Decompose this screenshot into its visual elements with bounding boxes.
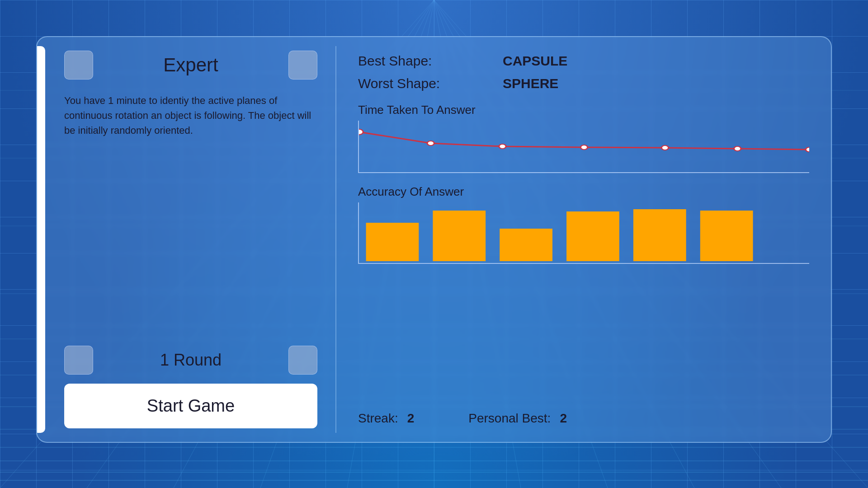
prev-difficulty-button[interactable] [64, 51, 93, 80]
difficulty-title: Expert [102, 54, 279, 76]
time-chart-section: Time Taken To Answer [358, 103, 809, 173]
worst-shape-label: Worst Shape: [358, 76, 476, 91]
bottom-stats: Streak: 2 Personal Best: 2 [358, 411, 809, 426]
svg-rect-30 [366, 223, 419, 261]
svg-point-29 [806, 147, 809, 152]
accuracy-chart-section: Accuracy Of Answer [358, 185, 809, 264]
best-shape-value: CAPSULE [503, 53, 567, 69]
accuracy-bar-chart [359, 202, 809, 261]
left-panel: Expert You have 1 minute to identiy the … [37, 37, 335, 442]
svg-point-24 [427, 141, 434, 145]
right-panel: Best Shape: CAPSULE Worst Shape: SPHERE … [336, 37, 831, 442]
round-label: 1 Round [102, 351, 279, 370]
start-game-button[interactable]: Start Game [64, 384, 317, 428]
streak-label: Streak: [358, 411, 398, 426]
game-description: You have 1 minute to identiy the active … [64, 93, 317, 346]
time-line-chart [359, 121, 809, 170]
svg-point-25 [499, 144, 506, 149]
accuracy-chart-container [358, 202, 809, 264]
personal-best-stat: Personal Best: 2 [468, 411, 567, 426]
svg-rect-34 [633, 209, 686, 261]
svg-rect-33 [566, 211, 619, 261]
header-row: Expert [64, 51, 317, 80]
streak-stat: Streak: 2 [358, 411, 414, 426]
round-row: 1 Round [64, 346, 317, 375]
svg-point-26 [580, 145, 588, 150]
best-shape-row: Best Shape: CAPSULE [358, 53, 809, 69]
svg-point-28 [734, 146, 741, 151]
svg-rect-32 [500, 229, 552, 261]
best-shape-label: Best Shape: [358, 53, 476, 69]
svg-point-27 [661, 145, 669, 150]
next-difficulty-button[interactable] [288, 51, 317, 80]
main-card: Expert You have 1 minute to identiy the … [36, 36, 832, 443]
personal-best-label: Personal Best: [468, 411, 551, 426]
svg-rect-31 [433, 211, 486, 261]
time-chart-container [358, 121, 809, 173]
personal-best-value: 2 [560, 411, 567, 426]
svg-rect-35 [700, 211, 753, 261]
time-chart-title: Time Taken To Answer [358, 103, 809, 117]
streak-value: 2 [407, 411, 415, 426]
side-accent [37, 46, 45, 433]
accuracy-chart-title: Accuracy Of Answer [358, 185, 809, 199]
worst-shape-row: Worst Shape: SPHERE [358, 76, 809, 91]
increment-round-button[interactable] [288, 346, 317, 375]
svg-point-23 [359, 129, 363, 135]
decrement-round-button[interactable] [64, 346, 93, 375]
worst-shape-value: SPHERE [503, 76, 558, 91]
